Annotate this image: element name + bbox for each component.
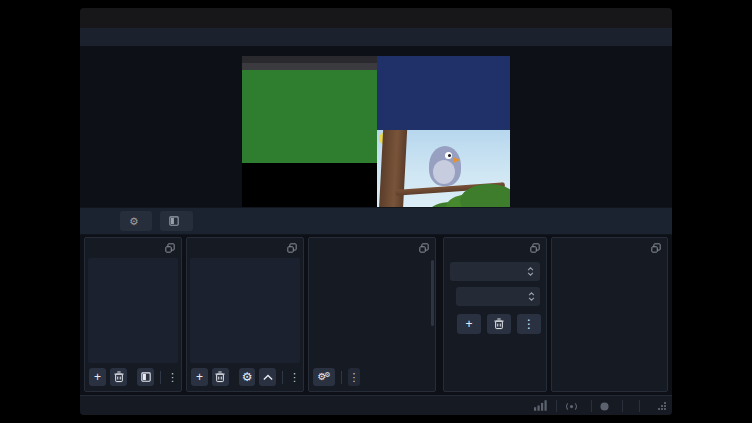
menubar xyxy=(80,28,672,46)
solitaire-menubar xyxy=(242,63,377,70)
mixer-scrollbar[interactable] xyxy=(431,260,434,326)
move-source-up-button[interactable] xyxy=(259,368,276,386)
dock-area: + ⋮ + ⚙ ⋮ xyxy=(80,235,672,395)
duration-spinbox[interactable] xyxy=(456,287,540,306)
video-bird-pupil xyxy=(448,154,451,157)
color-source-preview xyxy=(242,163,377,208)
video-tree-trunk xyxy=(379,130,408,208)
spinbox-arrows-icon[interactable] xyxy=(528,292,535,301)
source-context-toolbar: ⚙ xyxy=(80,207,672,235)
controls-dock xyxy=(551,237,668,392)
obs-main-window: ⚙ + ⋮ xyxy=(80,8,672,415)
toolbar-separator xyxy=(341,371,342,384)
statusbar-separator xyxy=(556,400,557,412)
stream-icon xyxy=(565,397,578,415)
toolbar-separator xyxy=(160,371,161,384)
filters-button[interactable] xyxy=(160,211,193,231)
video-source-preview xyxy=(377,130,510,208)
properties-button[interactable]: ⚙ xyxy=(120,211,152,231)
preview-area xyxy=(80,46,672,207)
popout-icon[interactable] xyxy=(530,243,540,253)
filters-icon xyxy=(169,216,179,226)
transitions-buttons: + ⋮ xyxy=(457,314,541,334)
popout-icon[interactable] xyxy=(287,243,297,253)
resize-grip[interactable] xyxy=(658,402,666,410)
toolbar-separator xyxy=(282,371,283,384)
browser-source-preview xyxy=(377,56,510,130)
solitaire-titlebar xyxy=(242,56,377,63)
window-capture-preview xyxy=(242,56,377,163)
scenes-dock-header[interactable] xyxy=(85,238,181,258)
add-source-button[interactable]: + xyxy=(191,368,208,386)
popout-icon[interactable] xyxy=(165,243,175,253)
solitaire-table xyxy=(242,70,377,163)
scene-transitions-dock-header[interactable] xyxy=(444,238,546,258)
statusbar xyxy=(80,395,672,415)
audio-mixer-dock-header[interactable] xyxy=(309,238,435,258)
source-properties-button[interactable]: ⚙ xyxy=(239,368,256,386)
mixer-menu-kebab-icon[interactable]: ⋮ xyxy=(348,368,360,386)
gear-icon: ⚙ xyxy=(129,215,138,227)
scene-transitions-dock: + ⋮ xyxy=(443,237,547,392)
add-scene-button[interactable]: + xyxy=(89,368,106,386)
audio-mixer-dock: ⚙⚙ ⋮ xyxy=(308,237,436,392)
mixer-channels xyxy=(314,259,428,365)
remove-source-button[interactable] xyxy=(212,368,229,386)
scenes-menu-kebab-icon[interactable]: ⋮ xyxy=(167,371,177,384)
scenes-toolbar: + ⋮ xyxy=(89,368,177,386)
controls-dock-header[interactable] xyxy=(552,238,667,258)
statusbar-separator xyxy=(639,400,640,412)
bitrate-signal-icon xyxy=(534,397,548,415)
sources-toolbar: + ⚙ ⋮ xyxy=(191,368,299,386)
statusbar-separator xyxy=(622,400,623,412)
transition-properties-kebab-icon[interactable]: ⋮ xyxy=(517,314,541,334)
scenes-list xyxy=(88,258,178,363)
duration-row xyxy=(450,287,540,306)
scene-filters-button[interactable] xyxy=(137,368,154,386)
stream-timer xyxy=(565,397,583,415)
sources-dock: + ⚙ ⋮ xyxy=(186,237,304,392)
titlebar[interactable] xyxy=(80,8,672,28)
sources-list xyxy=(190,258,300,363)
advanced-audio-properties-button[interactable]: ⚙⚙ xyxy=(313,368,335,386)
mixer-toolbar: ⚙⚙ ⋮ xyxy=(313,368,431,386)
video-bird-belly xyxy=(433,160,455,184)
popout-icon[interactable] xyxy=(651,243,661,253)
remove-scene-button[interactable] xyxy=(110,368,127,386)
video-bird-beak xyxy=(453,157,460,163)
combo-arrows-icon xyxy=(527,267,534,276)
program-canvas[interactable] xyxy=(242,56,510,208)
record-icon xyxy=(600,397,609,415)
popout-icon[interactable] xyxy=(419,243,429,253)
sources-menu-kebab-icon[interactable]: ⋮ xyxy=(289,371,299,384)
record-timer xyxy=(600,397,614,415)
scenes-dock: + ⋮ xyxy=(84,237,182,392)
transition-select[interactable] xyxy=(450,262,540,281)
statusbar-separator xyxy=(591,400,592,412)
remove-transition-button[interactable] xyxy=(487,314,511,334)
add-transition-button[interactable]: + xyxy=(457,314,481,334)
sources-dock-header[interactable] xyxy=(187,238,303,258)
